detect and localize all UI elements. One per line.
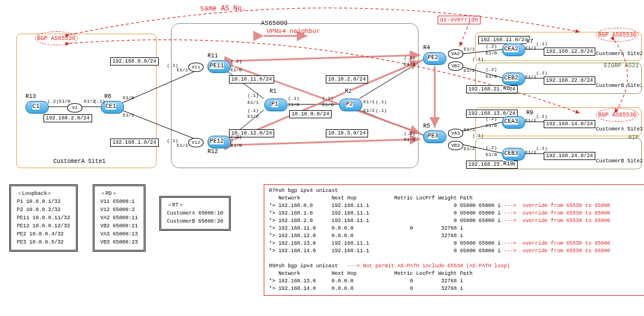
- rl-PE3: PE3: [428, 133, 438, 139]
- vrf-V1: V1: [67, 103, 82, 112]
- label-same-as: same AS No.: [200, 5, 246, 13]
- pl: E1/1: [525, 45, 536, 50]
- pl: (.2): [486, 67, 497, 72]
- pl: E1/0: [322, 102, 333, 107]
- rl-CEB2: CEB2: [504, 75, 518, 81]
- pl: E1/2: [464, 68, 475, 73]
- pl: E1/0: [486, 74, 497, 79]
- pl: (.1): [472, 133, 483, 138]
- net-10-10-0: 10.10.0.0/24: [289, 110, 332, 118]
- pl: (.1): [376, 108, 387, 113]
- rl-R8: R8: [503, 85, 510, 92]
- pl: E1/1: [177, 143, 188, 148]
- pl: (.2): [48, 99, 59, 104]
- rl-R9: R9: [526, 110, 533, 116]
- pl: E1/0: [231, 143, 242, 148]
- pl: E1/0: [59, 99, 70, 104]
- pl: (.1): [248, 93, 259, 98]
- rl-CEA2: CEA2: [504, 46, 518, 52]
- pl: E1/0: [123, 95, 134, 100]
- net-10-10-2: 10.10.2.0/24: [326, 75, 368, 83]
- rl-PE2: PE2: [428, 55, 438, 61]
- pl: E1/0: [486, 50, 497, 56]
- pl: (.1): [536, 41, 547, 46]
- vrf-V11: V11: [188, 63, 203, 72]
- rl-R7: R7: [526, 38, 533, 45]
- pl: E1/0: [404, 137, 415, 142]
- vrf-VA2: VA2: [448, 49, 463, 59]
- oval-bgp65530-1: BGP AS65530: [35, 31, 78, 45]
- vrf-VB3: VB3: [448, 141, 463, 150]
- pl: E1/1: [525, 74, 536, 79]
- rl-R1: R1: [270, 88, 276, 95]
- net-192-168-14: 192.168.14.0/24: [544, 120, 595, 128]
- vrf-VB2: VB2: [448, 61, 463, 71]
- rl-R4: R4: [423, 45, 430, 51]
- pl: E1/2: [464, 146, 475, 151]
- pl: E1/2: [248, 114, 259, 119]
- net-192-168-1: 192.168.1.0/24: [110, 139, 159, 147]
- rl-CEA3: CEA3: [504, 118, 518, 125]
- net-192-168-11: 192.168.11.0/24: [478, 36, 530, 44]
- pl: E1/1: [177, 67, 188, 72]
- rl-P2: P2: [346, 101, 353, 107]
- pl: (.1): [288, 96, 299, 101]
- pl: E1/0: [404, 61, 415, 67]
- pl: (.1): [248, 108, 259, 113]
- box-bgp-output: R7#sh bgp ipv4 unicast Network Next Hop …: [264, 184, 644, 296]
- rl-R11: R11: [208, 53, 218, 59]
- vrf-V12: V12: [188, 138, 203, 147]
- rl-R10: R10: [503, 161, 514, 167]
- rl-P1: P1: [271, 101, 278, 107]
- box-loopback: ＜Loopback＞ P1 10.0.0.1/32 P2 10.0.0.2/32…: [9, 184, 78, 252]
- rl-CEB3: CEB3: [504, 150, 518, 157]
- pl: E1/1: [248, 100, 259, 105]
- pl: (.2): [486, 43, 497, 49]
- pl: (.2): [322, 96, 333, 101]
- label-as65000: AS65000: [261, 20, 288, 27]
- rl-PE12: PE12: [210, 138, 224, 144]
- pl: E1/0: [486, 152, 497, 157]
- rl-R12: R12: [208, 148, 218, 155]
- pl: E1/1: [123, 112, 134, 118]
- pl: E1/0: [231, 67, 242, 72]
- pl: (.1): [472, 56, 483, 61]
- net-192-168-2: 192.168.2.0/24: [43, 114, 92, 122]
- pl: (.2): [404, 130, 415, 136]
- vrf-VA3: VA3: [448, 129, 463, 138]
- pl: E1/0: [288, 102, 299, 107]
- net-10-10-11: 10.10.11.0/24: [229, 75, 274, 83]
- pl: (.1): [536, 70, 547, 75]
- pl: E1/1: [464, 46, 475, 52]
- pl: (.1): [536, 114, 547, 119]
- pl: (.1): [536, 146, 547, 151]
- rl-R5: R5: [423, 123, 430, 129]
- pl: E1/0: [486, 123, 497, 128]
- label-as-override: as-override: [438, 16, 481, 24]
- net-10-10-3: 10.10.3.0/24: [326, 129, 368, 137]
- net-192-168-24: 192.168.24.0/24: [544, 152, 595, 160]
- net-192-168-12: 192.168.12.0/24: [544, 48, 595, 56]
- pl: E1/1: [525, 118, 536, 123]
- pl: (.1): [376, 99, 387, 104]
- pl: E1/1: [525, 150, 536, 155]
- box-rt: ＜RT＞ CustomerA 65000:10 CustomerB 65000:…: [159, 196, 231, 231]
- pl: (.2): [231, 59, 242, 64]
- pl: (.2): [486, 145, 497, 150]
- net-192-168-0: 192.168.0.0/24: [110, 57, 159, 66]
- rl-R2: R2: [345, 88, 352, 95]
- rl-PE11: PE11: [210, 63, 224, 69]
- oval-bgp65530-2: BGP AS65530: [596, 28, 639, 42]
- pl: E1/1: [464, 127, 475, 132]
- label-vpnv4: VPNv4 neighbor: [267, 28, 320, 35]
- oval-bgp65530-3: BGP AS65530: [596, 108, 639, 122]
- rl-C1: C1: [32, 103, 39, 110]
- rl-CE1: CE1: [105, 103, 116, 110]
- pl: (.1): [94, 99, 105, 104]
- rl-R6: R6: [104, 93, 111, 100]
- rl-R13: R13: [26, 93, 36, 100]
- pl: E1/1: [363, 99, 374, 104]
- box-rd: ＜RD＞ V11 65000:1 V12 65000:2 VA2 65000:1…: [93, 184, 145, 252]
- net-192-168-22: 192.168.22.0/24: [544, 77, 595, 85]
- pl: E1/2: [363, 108, 374, 113]
